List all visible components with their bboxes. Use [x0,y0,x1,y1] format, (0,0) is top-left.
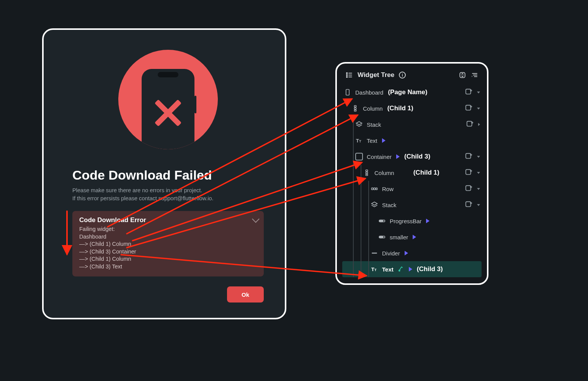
red-circle [118,50,218,149]
add-widget-icon[interactable] [465,168,473,177]
tree-node-text-selected[interactable]: TT Text (Child 3) [342,261,482,277]
expand-caret-icon[interactable] [477,108,480,110]
divider-icon [371,249,378,257]
error-line: —> (Child 1) Column [79,240,257,248]
widget-tree-panel: Widget Tree i Dashboard (Page Name) [335,62,488,285]
action-indicator-icon [405,251,408,255]
add-widget-icon[interactable] [465,88,473,96]
error-line: —> (Child 3) Container [79,248,257,256]
svg-rect-35 [374,188,375,190]
svg-point-2 [346,75,348,76]
progressbar-icon [378,233,386,241]
svg-rect-16 [354,110,356,111]
tree-header: Widget Tree i [342,69,482,84]
phone-icon [142,69,194,149]
dialog-subtitle: Please make sure there are no errors in … [72,186,264,203]
error-box-header: Code Download Error [79,216,257,224]
svg-point-4 [346,77,348,78]
expand-caret-icon[interactable] [477,204,480,206]
node-label: Stack [382,202,397,208]
action-indicator-icon [413,235,416,239]
tree-node-stack[interactable]: Stack [342,197,482,213]
node-label: Stack [367,121,381,128]
node-label: Divider [382,250,400,257]
svg-rect-15 [354,108,356,109]
svg-rect-37 [466,186,471,191]
annotation: (Child 3) [417,265,443,273]
svg-rect-34 [372,188,373,190]
node-label: ProgressBar [390,218,421,224]
add-widget-icon[interactable] [465,201,473,209]
progressbar-icon [378,217,386,225]
node-label: Container [367,154,392,160]
expand-caret-icon[interactable] [477,156,480,158]
tree-node-text[interactable]: TT Text [342,132,482,149]
connection-icon [397,266,404,273]
tree-node-column[interactable]: Column (Child 1) [342,165,482,181]
annotation: (Child 3) [404,153,430,160]
expand-caret-icon[interactable] [477,92,480,93]
stack-icon [371,201,378,209]
action-indicator-icon [426,219,430,223]
svg-point-0 [346,73,348,74]
add-widget-icon[interactable] [465,185,473,193]
node-label: Text [367,137,377,144]
tree-node-container[interactable]: Container (Child 3) [342,149,482,165]
add-widget-icon[interactable] [466,120,474,129]
svg-rect-31 [466,170,471,175]
tree-node-dashboard[interactable]: Dashboard (Page Name) [342,84,482,100]
text-icon: TT [355,137,363,144]
svg-text:T: T [359,139,361,143]
tree-node-row[interactable]: Row [342,181,482,197]
tree-node-divider[interactable]: Divider [342,245,482,261]
expand-caret-icon[interactable] [477,172,480,174]
node-label: Dashboard [355,89,383,96]
annotation: (Page Name) [388,88,427,96]
error-line: —> (Child 3) Text [79,263,257,271]
x-icon [155,100,181,126]
svg-rect-17 [466,105,471,110]
add-widget-icon[interactable] [465,104,473,113]
svg-rect-30 [366,174,368,175]
error-line: —> (Child 1) Column [79,255,257,263]
action-indicator-icon [396,154,400,159]
row-icon [371,185,378,193]
svg-rect-11 [466,89,471,94]
filter-icon[interactable] [471,71,479,79]
add-widget-icon[interactable] [465,152,473,161]
svg-rect-28 [366,170,368,172]
expand-caret-icon[interactable] [478,123,480,126]
expand-caret-icon[interactable] [477,188,480,190]
svg-rect-29 [366,172,368,173]
column-icon [363,169,371,177]
error-line: Dashboard [79,233,257,241]
svg-rect-10 [346,90,349,95]
sort-icon[interactable] [459,71,466,79]
action-indicator-icon [409,267,412,271]
tree-node-column[interactable]: Column (Child 1) [342,100,482,116]
svg-rect-40 [466,202,471,207]
tree-node-smaller[interactable]: smaller [342,229,482,245]
svg-rect-20 [467,121,472,126]
column-icon [351,105,359,112]
dialog-title: Code Download Failed [72,168,264,183]
error-details-box[interactable]: Code Download Error Failing widget: Dash… [72,211,264,276]
node-label: Row [382,186,394,192]
tree-node-stack[interactable]: Stack [342,116,482,132]
error-illustration [72,50,264,149]
annotation: (Child 1) [413,169,439,177]
text-icon: TT [371,265,378,273]
tree-node-progressbar[interactable]: ProgressBar [342,213,482,229]
node-label: Text [382,266,394,273]
tree-title: Widget Tree [358,71,394,79]
svg-rect-44 [379,220,383,222]
svg-rect-46 [379,236,383,238]
info-icon[interactable]: i [399,72,406,78]
list-icon[interactable] [345,71,353,79]
svg-point-50 [399,270,400,271]
node-label: Column [374,170,394,176]
node-label: Column [363,105,383,112]
ok-button[interactable]: Ok [227,286,264,303]
svg-text:T: T [374,268,377,272]
page-icon [344,88,351,96]
